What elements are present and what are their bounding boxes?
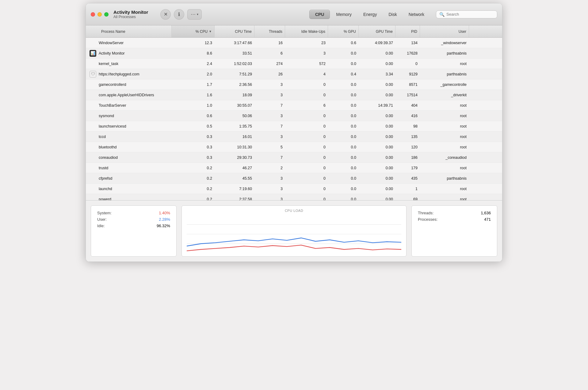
- process-name: sysmond: [99, 114, 114, 118]
- table-row[interactable]: trustd0.246.27200.00.00179root: [86, 163, 502, 173]
- col-header-pid[interactable]: PID: [395, 25, 420, 37]
- stop-button[interactable]: ✕: [160, 9, 171, 20]
- process-name-cell: com.apple.AppleUserHIDDrivers: [86, 92, 172, 98]
- processes-label: Processes:: [418, 217, 437, 222]
- threads-cell: 3: [254, 93, 285, 97]
- idle-label: Idle:: [97, 224, 105, 228]
- maximize-button[interactable]: [104, 12, 109, 17]
- wakeups-cell: 0: [285, 166, 328, 170]
- cpu-time-cell: 29:30.73: [215, 155, 254, 160]
- tab-memory[interactable]: Memory: [330, 10, 357, 19]
- process-name: trustd: [99, 166, 108, 170]
- wakeups-cell: 4: [285, 72, 328, 76]
- gpu-time-cell: 0.00: [359, 82, 395, 87]
- wakeups-cell: 0: [285, 155, 328, 160]
- table-row[interactable]: launchd0.27:19.60300.00.001root: [86, 184, 502, 194]
- col-header-process_name[interactable]: Process Name: [86, 25, 172, 37]
- table-row[interactable]: WindowServer12.33:17:47.6616230.64:09:39…: [86, 38, 502, 48]
- table-row[interactable]: sysmond0.650.06300.00.00416root: [86, 111, 502, 121]
- process-name: gamecontrollerd: [99, 82, 126, 87]
- col-header-threads[interactable]: Threads: [254, 25, 285, 37]
- cpu-pct-cell: 1.0: [172, 103, 215, 108]
- pid-cell: 179: [395, 166, 420, 170]
- gpu-pct-cell: 0.0: [328, 135, 359, 139]
- pid-cell: 0: [395, 62, 420, 66]
- table-row[interactable]: cfprefsd0.245.55300.00.00435parthsabnis: [86, 173, 502, 184]
- pid-cell: 435: [395, 176, 420, 181]
- table-row[interactable]: bluetoothd0.310:31.30500.00.00120root: [86, 142, 502, 152]
- table-row[interactable]: 📊Activity Monitor8.633.51630.00.0017628p…: [86, 48, 502, 59]
- cpu-time-cell: 7:51.29: [215, 72, 254, 76]
- cpu-time-cell: 1:35.75: [215, 124, 254, 128]
- table-row[interactable]: tccd0.316.01300.00.00135root: [86, 132, 502, 142]
- table-row[interactable]: com.apple.AppleUserHIDDrivers1.618.09300…: [86, 90, 502, 100]
- process-name: com.apple.AppleUserHIDDrivers: [99, 93, 154, 97]
- table-row[interactable]: 🛡https://techplugged.com2.07:51.292640.4…: [86, 69, 502, 79]
- user-cell: _coreaudiod: [420, 155, 469, 160]
- process-name: TouchBarServer: [99, 103, 126, 108]
- cpu-pct-cell: 12.3: [172, 41, 215, 45]
- table-row[interactable]: coreaudiod0.329:30.73700.00.00186_coreau…: [86, 152, 502, 163]
- process-name: powerd: [99, 197, 111, 201]
- col-header-idle_wakeups[interactable]: Idle Wake-Ups: [285, 25, 328, 37]
- gpu-time-cell: 0.00: [359, 145, 395, 149]
- search-icon: 🔍: [439, 12, 445, 17]
- cpu-pct-cell: 2.0: [172, 72, 215, 76]
- processes-stat-row: Processes: 471: [418, 217, 491, 222]
- user-cell: _gamecontrolle: [420, 82, 469, 87]
- table-row[interactable]: gamecontrollerd1.72:36.56300.00.008571_g…: [86, 79, 502, 90]
- threads-cell: 3: [254, 114, 285, 118]
- gpu-time-cell: 0.00: [359, 176, 395, 181]
- cpu-time-cell: 10:31.30: [215, 145, 254, 149]
- process-name-cell: 🛡https://techplugged.com: [86, 71, 172, 78]
- col-header-user[interactable]: User: [420, 25, 469, 37]
- search-input[interactable]: [446, 12, 494, 17]
- threads-cell: 3: [254, 187, 285, 191]
- pid-cell: 17628: [395, 51, 420, 55]
- tab-disk[interactable]: Disk: [383, 10, 402, 19]
- user-cell: parthsabnis: [420, 176, 469, 181]
- col-header-gpu_pct[interactable]: % GPU: [328, 25, 359, 37]
- process-name: launchservicesd: [99, 124, 126, 128]
- sort-arrow-icon: ▼: [209, 30, 212, 33]
- col-header-cpu_time[interactable]: CPU Time: [215, 25, 254, 37]
- process-name: kernel_task: [99, 62, 118, 66]
- cpu-load-chart: [187, 215, 401, 253]
- process-name: launchd: [99, 187, 112, 191]
- cpu-load-title: CPU LOAD: [187, 209, 401, 212]
- tab-energy[interactable]: Energy: [358, 10, 382, 19]
- cpu-time-cell: 18.09: [215, 93, 254, 97]
- table-row[interactable]: kernel_task2.41:52:02.032745720.00.000ro…: [86, 59, 502, 69]
- table-row[interactable]: launchservicesd0.51:35.75700.00.0098root: [86, 121, 502, 132]
- cpu-pct-cell: 1.6: [172, 93, 215, 97]
- tab-network[interactable]: Network: [403, 10, 430, 19]
- gpu-pct-cell: 0.0: [328, 114, 359, 118]
- info-button[interactable]: ℹ: [174, 9, 184, 20]
- minimize-button[interactable]: [97, 12, 102, 17]
- action-button[interactable]: ⋯ ▾: [187, 9, 202, 20]
- close-button[interactable]: [91, 12, 95, 17]
- process-name-cell: bluetoothd: [86, 144, 172, 151]
- table-row[interactable]: TouchBarServer1.030:55.07760.014:39.7140…: [86, 100, 502, 111]
- table-row[interactable]: powerd0.22:37.58300.00.0069root: [86, 194, 502, 200]
- system-label: System:: [97, 211, 112, 215]
- gpu-pct-cell: 0.0: [328, 176, 359, 181]
- tab-cpu[interactable]: CPU: [309, 10, 330, 19]
- cpu-chart-svg: [187, 215, 401, 253]
- processes-value: 471: [484, 217, 491, 222]
- user-cell: _windowserver: [420, 41, 469, 45]
- process-name: coreaudiod: [99, 155, 118, 160]
- search-bar[interactable]: 🔍: [436, 10, 497, 18]
- wakeups-cell: 0: [285, 197, 328, 201]
- cpu-time-cell: 33.51: [215, 51, 254, 55]
- cpu-pct-cell: 0.5: [172, 124, 215, 128]
- tab-bar: CPUMemoryEnergyDiskNetwork: [309, 10, 430, 19]
- col-header-cpu_pct[interactable]: % CPU▼: [172, 25, 215, 37]
- wakeups-cell: 0: [285, 82, 328, 87]
- threads-processes-box: Threads: 1,636 Processes: 471: [411, 205, 497, 257]
- col-header-gpu_time[interactable]: GPU Time: [359, 25, 395, 37]
- gpu-pct-cell: 0.0: [328, 51, 359, 55]
- pid-cell: 134: [395, 41, 420, 45]
- process-name-cell: TouchBarServer: [86, 102, 172, 109]
- cpu-pct-cell: 0.6: [172, 114, 215, 118]
